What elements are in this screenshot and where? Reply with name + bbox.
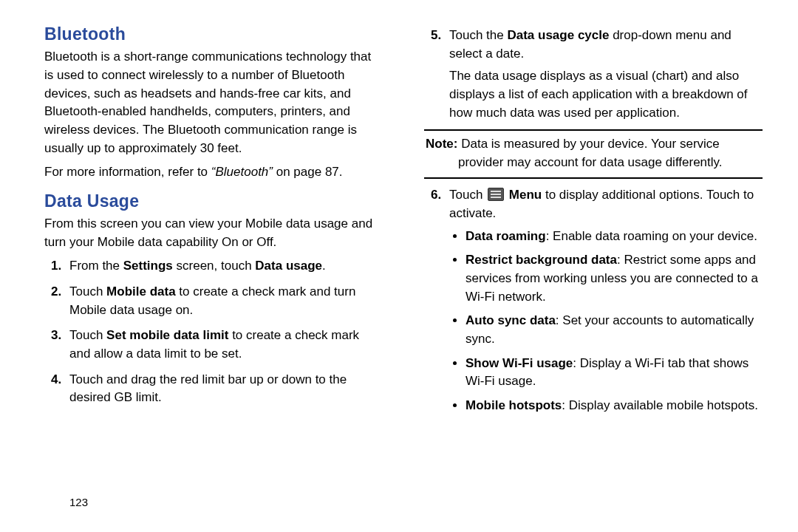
step-5: Touch the Data usage cycle drop-down men… xyxy=(445,27,763,122)
menu-icon xyxy=(488,188,504,201)
page-number: 123 xyxy=(69,496,88,508)
ref-suffix: on page 87. xyxy=(273,165,343,179)
ref-prefix: For more information, refer to xyxy=(44,165,211,179)
option-mobile-hotspots: Mobile hotspots: Display available mobil… xyxy=(466,397,763,415)
heading-data-usage: Data Usage xyxy=(44,189,383,214)
note-label: Note: xyxy=(426,137,457,151)
note-body: Data is measured by your device. Your se… xyxy=(457,137,722,169)
data-usage-intro: From this screen you can view your Mobil… xyxy=(44,215,383,251)
note-block: Note: Data is measured by your device. Y… xyxy=(424,129,763,179)
step-3: Touch Set mobile data limit to create a … xyxy=(65,327,383,363)
option-show-wifi: Show Wi-Fi usage: Display a Wi-Fi tab th… xyxy=(466,355,763,391)
steps-list-a: From the Settings screen, touch Data usa… xyxy=(44,257,383,406)
bluetooth-body: Bluetooth is a short-range communication… xyxy=(44,48,383,157)
option-data-roaming: Data roaming: Enable data roaming on you… xyxy=(466,228,763,246)
step-2: Touch Mobile data to create a check mark… xyxy=(65,283,383,319)
manual-page: Bluetooth Bluetooth is a short-range com… xyxy=(0,0,798,488)
heading-bluetooth: Bluetooth xyxy=(44,22,383,47)
steps-list-c: Touch Menu to display additional options… xyxy=(424,186,763,415)
bluetooth-crossref: For more information, refer to “Bluetoot… xyxy=(44,163,383,182)
step-5-extra: The data usage displays as a visual (cha… xyxy=(449,69,748,119)
step-4: Touch and drag the red limit bar up or d… xyxy=(65,371,383,407)
step-1: From the Settings screen, touch Data usa… xyxy=(65,257,383,276)
option-auto-sync: Auto sync data: Set your accounts to aut… xyxy=(466,312,763,348)
option-restrict-background: Restrict background data: Restrict some … xyxy=(466,251,763,306)
ref-link: “Bluetooth” xyxy=(211,165,273,179)
options-list: Data roaming: Enable data roaming on you… xyxy=(449,228,763,415)
steps-list-b: Touch the Data usage cycle drop-down men… xyxy=(424,27,763,122)
step-6: Touch Menu to display additional options… xyxy=(445,186,763,415)
